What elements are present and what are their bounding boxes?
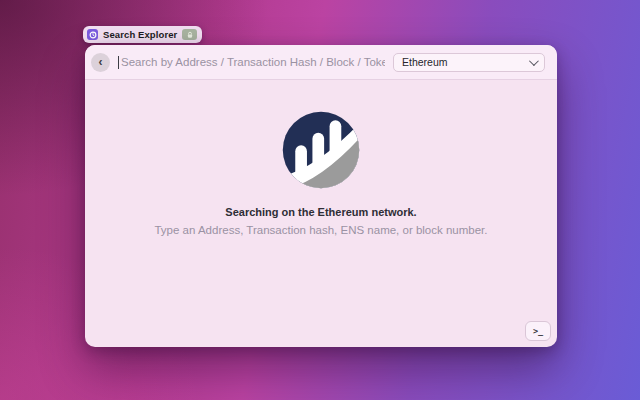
history-clock-icon [87,29,98,40]
chevron-down-icon [529,56,539,66]
search-body: Searching on the Ethereum network. Type … [85,80,557,347]
search-hint-text: Type an Address, Transaction hash, ENS n… [154,224,487,236]
blockscout-logo [282,111,360,189]
chevron-left-icon: ‹ [99,53,103,72]
search-input[interactable] [119,56,385,68]
desktop-background: Search Explorer ‹ Ethereum [0,0,640,400]
terminal-prompt-button[interactable]: >_ [525,321,551,341]
network-select-value: Ethereum [402,56,448,68]
back-button[interactable]: ‹ [91,53,110,72]
search-header: ‹ Ethereum [85,45,557,80]
tab-title: Search Explorer [103,29,177,40]
search-field-wrap [118,56,385,69]
window-tab[interactable]: Search Explorer [83,26,202,43]
search-explorer-window: ‹ Ethereum [85,45,557,347]
network-status-heading: Searching on the Ethereum network. [225,206,416,218]
network-select[interactable]: Ethereum [393,53,545,72]
terminal-icon: >_ [533,326,543,336]
lock-icon [182,29,197,40]
